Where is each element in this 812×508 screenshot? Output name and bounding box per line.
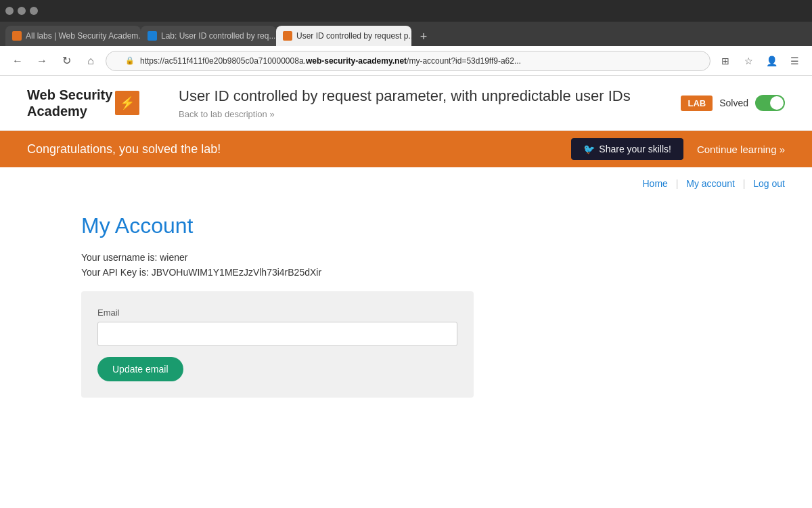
tab-active[interactable]: User ID controlled by request p... ✕ xyxy=(276,26,411,46)
url-prefix: https://ac511f411f0e20b9805c0a710000008a… xyxy=(140,56,306,66)
email-input[interactable] xyxy=(97,322,457,346)
congratulations-banner: Congratulations, you solved the lab! 🐦 S… xyxy=(0,131,812,167)
address-bar: ← → ↻ ⌂ 🔒 https://ac511f411f0e20b9805c0a… xyxy=(0,46,812,76)
close-window-btn[interactable] xyxy=(5,7,14,15)
update-email-button[interactable]: Update email xyxy=(97,357,183,381)
tab-all-labs[interactable]: All labs | Web Security Academ... ✕ xyxy=(5,26,141,46)
tab-label-1: All labs | Web Security Academ... xyxy=(26,31,141,41)
profile-icon[interactable]: 👤 xyxy=(762,51,781,70)
logo-text: Web Security Academy xyxy=(27,87,112,119)
solved-toggle[interactable] xyxy=(755,95,785,111)
email-label: Email xyxy=(97,308,457,318)
refresh-button[interactable]: ↻ xyxy=(57,51,76,70)
bookmark-icon[interactable]: ☆ xyxy=(739,51,758,70)
minimize-window-btn[interactable] xyxy=(18,7,26,15)
tabs-bar: All labs | Web Security Academ... ✕ Lab:… xyxy=(0,22,812,46)
maximize-window-btn[interactable] xyxy=(30,7,38,15)
tab-favicon-3 xyxy=(283,31,292,41)
log-out-link[interactable]: Log out xyxy=(753,178,785,189)
window-controls xyxy=(5,7,38,15)
solved-label: Solved xyxy=(719,98,748,108)
url-suffix: /my-account?id=53d19ff9-a62... xyxy=(407,56,521,66)
tab-favicon-2 xyxy=(148,31,157,41)
back-button[interactable]: ← xyxy=(8,51,27,70)
title-bar xyxy=(0,0,812,22)
api-key-label: Your API Key is: xyxy=(81,267,149,278)
nav-sep-1: | xyxy=(676,178,679,189)
share-button[interactable]: 🐦 Share your skills! xyxy=(571,138,683,160)
new-tab-button[interactable]: + xyxy=(414,27,433,46)
nav-links: Home | My account | Log out xyxy=(0,167,812,200)
lock-icon: 🔒 xyxy=(125,56,135,65)
url-bar[interactable]: 🔒 https://ac511f411f0e20b9805c0a71000000… xyxy=(106,51,710,71)
lab-status: LAB Solved xyxy=(681,95,785,111)
username-value: wiener xyxy=(160,252,187,263)
site-header: Web Security Academy ⚡ User ID controlle… xyxy=(0,76,812,131)
main-content: My Account Your username is: wiener Your… xyxy=(0,200,812,411)
username-info: Your username is: wiener xyxy=(81,252,731,263)
lab-title: User ID controlled by request parameter,… xyxy=(179,87,664,105)
nav-sep-2: | xyxy=(743,178,746,189)
lab-title-area: User ID controlled by request parameter,… xyxy=(179,87,664,119)
menu-icon[interactable]: ☰ xyxy=(785,51,804,70)
email-form: Email Update email xyxy=(81,291,474,398)
page-content: Web Security Academy ⚡ User ID controlle… xyxy=(0,76,812,508)
username-label: Your username is: xyxy=(81,252,157,263)
api-key-value: JBVOHuWIM1Y1MEzJzVlh73i4rB25dXir xyxy=(152,267,321,278)
home-link[interactable]: Home xyxy=(642,178,667,189)
logo: Web Security Academy ⚡ xyxy=(27,87,162,119)
continue-learning-link[interactable]: Continue learning » xyxy=(697,144,785,155)
tab-favicon-1 xyxy=(12,31,22,41)
forward-button[interactable]: → xyxy=(32,51,51,70)
logo-icon: ⚡ xyxy=(115,91,139,115)
url-domain: web-security-academy.net xyxy=(306,56,407,66)
tab-label-3: User ID controlled by request p... xyxy=(296,31,411,41)
home-button[interactable]: ⌂ xyxy=(81,51,100,70)
lab-badge: LAB xyxy=(681,96,713,111)
back-to-lab-link[interactable]: Back to lab description » xyxy=(179,109,664,119)
share-button-label: Share your skills! xyxy=(599,144,671,154)
toolbar-icons: ⊞ ☆ 👤 ☰ xyxy=(716,51,804,70)
tab-lab-detail[interactable]: Lab: User ID controlled by req... ✕ xyxy=(141,26,276,46)
twitter-icon: 🐦 xyxy=(583,144,595,154)
browser-window: All labs | Web Security Academ... ✕ Lab:… xyxy=(0,0,812,508)
url-text: https://ac511f411f0e20b9805c0a710000008a… xyxy=(140,56,521,66)
my-account-link[interactable]: My account xyxy=(686,178,735,189)
api-key-info: Your API Key is: JBVOHuWIM1Y1MEzJzVlh73i… xyxy=(81,267,731,278)
banner-text: Congratulations, you solved the lab! xyxy=(27,142,558,156)
page-heading: My Account xyxy=(81,213,731,238)
tab-label-2: Lab: User ID controlled by req... xyxy=(161,31,275,41)
extensions-icon[interactable]: ⊞ xyxy=(716,51,735,70)
